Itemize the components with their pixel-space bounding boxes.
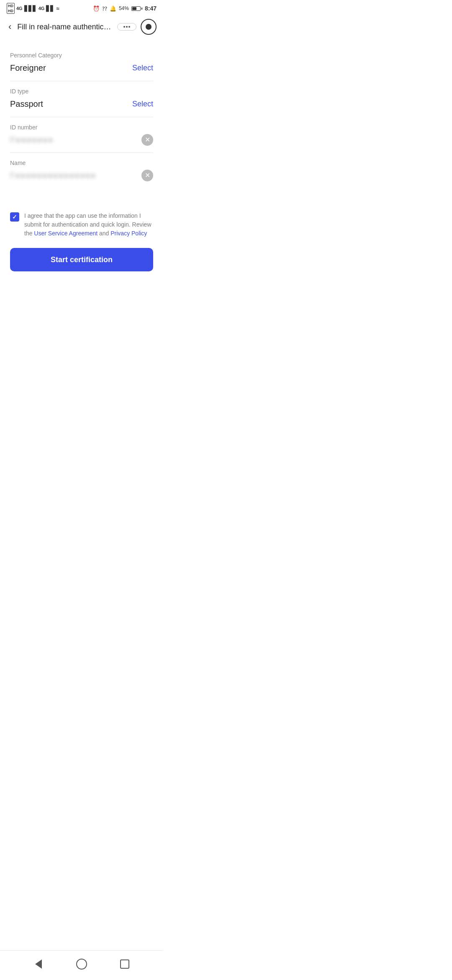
battery-percent: 54% xyxy=(119,5,129,11)
clear-x-icon-2: ✕ xyxy=(145,172,150,179)
more-options-button[interactable] xyxy=(117,23,136,31)
start-certification-button[interactable]: Start certification xyxy=(10,248,153,271)
status-right: ⏰ ⁇ 🔔 54% 8:47 xyxy=(93,5,157,12)
dot-3 xyxy=(128,26,130,28)
id-number-section: ID number P●●●●●●● ✕ xyxy=(10,117,153,153)
signal-bars-2: ▋▋ xyxy=(46,5,54,12)
personnel-category-select-button[interactable]: Select xyxy=(132,62,153,74)
form-container: Personnel Category Foreigner Select ID t… xyxy=(0,39,163,195)
personnel-category-row: Foreigner Select xyxy=(10,62,153,74)
agreement-and: and xyxy=(98,230,110,237)
wifi-icon: ≈ xyxy=(56,5,59,12)
bottom-space xyxy=(0,281,163,365)
time-display: 8:47 xyxy=(145,5,157,12)
agreement-checkbox[interactable]: ✓ xyxy=(10,212,19,222)
id-type-select-button[interactable]: Select xyxy=(132,98,153,110)
id-type-label: ID type xyxy=(10,88,153,95)
privacy-policy-link[interactable]: Privacy Policy xyxy=(110,230,147,237)
clear-x-icon: ✕ xyxy=(145,137,150,143)
personnel-category-value: Foreigner xyxy=(10,63,46,73)
name-input-row: F●●●●●●●●●●●●●●● ✕ xyxy=(10,170,153,181)
id-type-row: Passport Select xyxy=(10,98,153,110)
signal-4g-1: 4G xyxy=(16,6,23,11)
name-section: Name F●●●●●●●●●●●●●●● ✕ xyxy=(10,153,153,188)
toolbar: ‹ Fill in real-name authenticati... xyxy=(0,15,163,39)
record-inner-icon xyxy=(146,24,152,30)
name-clear-button[interactable]: ✕ xyxy=(141,170,153,181)
dot-1 xyxy=(123,26,125,28)
hd-badge: HDHD xyxy=(7,3,15,14)
id-type-section: ID type Passport Select xyxy=(10,81,153,117)
status-bar: HDHD 4G ▋▋▋ 4G ▋▋ ≈ ⏰ ⁇ 🔔 54% 8:47 xyxy=(0,0,163,15)
id-type-value: Passport xyxy=(10,99,43,109)
id-number-clear-button[interactable]: ✕ xyxy=(141,134,153,146)
name-value[interactable]: F●●●●●●●●●●●●●●● xyxy=(10,171,138,180)
alarm-icon: ⏰ xyxy=(93,5,100,12)
record-button[interactable] xyxy=(141,19,157,35)
signal-bars: ▋▋▋ xyxy=(24,5,37,12)
id-number-label: ID number xyxy=(10,124,153,131)
cert-btn-container: Start certification xyxy=(0,245,163,281)
id-number-input-row: P●●●●●●● ✕ xyxy=(10,134,153,146)
bell-icon: 🔔 xyxy=(110,5,116,12)
agreement-section: ✓ I agree that the app can use the infor… xyxy=(0,203,163,245)
personnel-category-section: Personnel Category Foreigner Select xyxy=(10,45,153,81)
user-service-agreement-link[interactable]: User Service Agreement xyxy=(34,230,98,237)
personnel-category-label: Personnel Category xyxy=(10,52,153,59)
name-label: Name xyxy=(10,160,153,166)
back-button[interactable]: ‹ xyxy=(7,20,13,34)
agreement-checkbox-wrapper[interactable]: ✓ xyxy=(10,212,19,222)
bluetooth-icon: ⁇ xyxy=(102,5,107,12)
agreement-text: I agree that the app can use the informa… xyxy=(24,211,153,238)
status-left: HDHD 4G ▋▋▋ 4G ▋▋ ≈ xyxy=(7,3,59,14)
signal-4g-2: 4G xyxy=(39,6,45,11)
id-number-value[interactable]: P●●●●●●● xyxy=(10,136,138,144)
dot-2 xyxy=(126,26,128,28)
checkmark-icon: ✓ xyxy=(12,214,17,220)
battery-icon xyxy=(131,6,142,11)
page-title: Fill in real-name authenticati... xyxy=(17,23,113,31)
spacer xyxy=(0,195,163,203)
